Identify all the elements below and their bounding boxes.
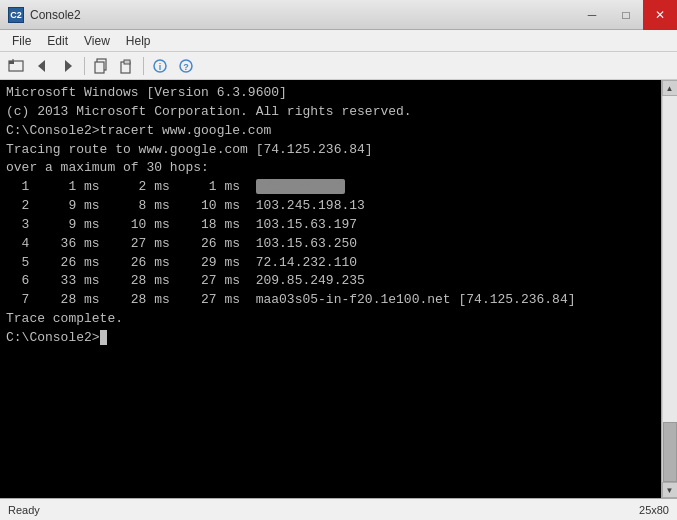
status-bar: Ready 25x80: [0, 498, 677, 520]
forward-icon: [60, 58, 76, 74]
title-bar-left: C2 Console2: [8, 7, 81, 23]
toolbar-sep-1: [84, 57, 85, 75]
blurred-ip: 192.168.1.1: [256, 179, 346, 194]
main-container: Microsoft Windows [Version 6.3.9600] (c)…: [0, 80, 677, 498]
terminal[interactable]: Microsoft Windows [Version 6.3.9600] (c)…: [0, 80, 661, 498]
menu-view[interactable]: View: [76, 32, 118, 50]
terminal-line: C:\Console2>tracert www.google.com: [6, 122, 655, 141]
svg-text:i: i: [159, 62, 162, 72]
terminal-line: over a maximum of 30 hops:: [6, 159, 655, 178]
terminal-wrapper[interactable]: Microsoft Windows [Version 6.3.9600] (c)…: [0, 80, 661, 498]
app-icon: C2: [8, 7, 24, 23]
help-icon: ?: [178, 58, 194, 74]
forward-button[interactable]: [56, 55, 80, 77]
new-tab-icon: [8, 58, 24, 74]
svg-text:?: ?: [183, 62, 189, 72]
svg-marker-4: [65, 60, 72, 72]
svg-rect-6: [95, 62, 104, 73]
terminal-line: (c) 2013 Microsoft Corporation. All righ…: [6, 103, 655, 122]
terminal-prompt: C:\Console2>: [6, 329, 655, 348]
scrollbar-thumb[interactable]: [663, 422, 677, 482]
terminal-line-2: 2 9 ms 8 ms 10 ms 103.245.198.13: [6, 197, 655, 216]
status-right: 25x80: [639, 504, 669, 516]
menu-edit[interactable]: Edit: [39, 32, 76, 50]
scrollbar[interactable]: ▲ ▼: [661, 80, 677, 498]
title-bar-controls: ─ □ ✕: [575, 0, 677, 30]
terminal-trace-complete: Trace complete.: [6, 310, 655, 329]
title-bar: C2 Console2 ─ □ ✕: [0, 0, 677, 30]
maximize-button[interactable]: □: [609, 0, 643, 30]
terminal-line-5: 5 26 ms 26 ms 29 ms 72.14.232.110: [6, 254, 655, 273]
svg-rect-8: [124, 60, 130, 64]
terminal-line-4: 4 36 ms 27 ms 26 ms 103.15.63.250: [6, 235, 655, 254]
scroll-down-button[interactable]: ▼: [662, 482, 678, 498]
menu-file[interactable]: File: [4, 32, 39, 50]
terminal-line-3: 3 9 ms 10 ms 18 ms 103.15.63.197: [6, 216, 655, 235]
menu-bar: File Edit View Help: [0, 30, 677, 52]
back-icon: [34, 58, 50, 74]
paste-icon: [119, 58, 135, 74]
menu-help[interactable]: Help: [118, 32, 159, 50]
copy-button[interactable]: [89, 55, 113, 77]
toolbar: i ?: [0, 52, 677, 80]
copy-icon: [93, 58, 109, 74]
close-button[interactable]: ✕: [643, 0, 677, 30]
dimensions-text: 25x80: [639, 504, 669, 516]
terminal-line-7: 7 28 ms 28 ms 27 ms maa03s05-in-f20.1e10…: [6, 291, 655, 310]
window-title: Console2: [30, 8, 81, 22]
terminal-line: Tracing route to www.google.com [74.125.…: [6, 141, 655, 160]
status-text: Ready: [8, 504, 40, 516]
terminal-line-6: 6 33 ms 28 ms 27 ms 209.85.249.235: [6, 272, 655, 291]
back-button[interactable]: [30, 55, 54, 77]
svg-marker-3: [38, 60, 45, 72]
info-icon: i: [152, 58, 168, 74]
terminal-line-1: 1 1 ms 2 ms 1 ms 192.168.1.1: [6, 178, 655, 197]
info-button[interactable]: i: [148, 55, 172, 77]
minimize-button[interactable]: ─: [575, 0, 609, 30]
terminal-line: Microsoft Windows [Version 6.3.9600]: [6, 84, 655, 103]
scroll-up-button[interactable]: ▲: [662, 80, 678, 96]
help-button[interactable]: ?: [174, 55, 198, 77]
scrollbar-track[interactable]: [663, 96, 677, 482]
paste-button[interactable]: [115, 55, 139, 77]
toolbar-sep-2: [143, 57, 144, 75]
new-tab-button[interactable]: [4, 55, 28, 77]
